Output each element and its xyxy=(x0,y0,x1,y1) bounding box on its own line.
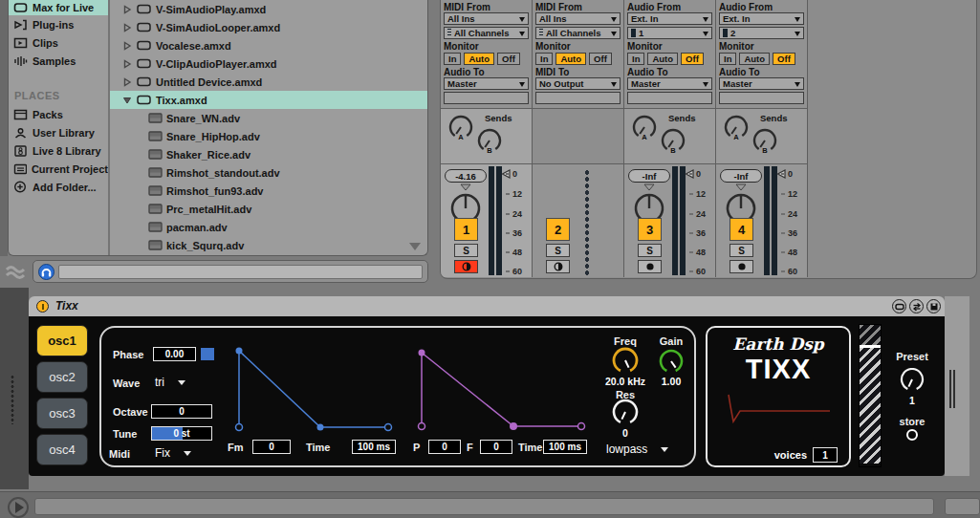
solo-button[interactable]: S xyxy=(638,244,662,257)
arm-button[interactable] xyxy=(546,260,570,273)
octave-value-box[interactable]: 0 xyxy=(151,404,212,419)
monitor-in-button[interactable]: In xyxy=(535,53,553,65)
midi-mode-select[interactable]: Fix xyxy=(155,446,191,460)
track-number-button[interactable]: 2 xyxy=(546,218,570,241)
solo-button[interactable]: S xyxy=(454,244,478,257)
input-channel-select[interactable]: 2 xyxy=(719,27,804,39)
sidebar-item-add-folder[interactable]: Add Folder... xyxy=(9,178,108,196)
tab-osc4[interactable]: osc4 xyxy=(36,434,88,465)
phase-mod-toggle[interactable] xyxy=(201,348,214,360)
output-channel-box[interactable] xyxy=(719,92,804,104)
expand-collapsed-icon[interactable] xyxy=(122,59,132,69)
headphones-preview-icon[interactable] xyxy=(38,264,54,280)
file-row[interactable]: V-SimAudioPlay.amxd xyxy=(110,0,427,18)
preset-row-clipped[interactable] xyxy=(110,254,427,256)
track-number-button[interactable]: 4 xyxy=(730,218,753,241)
file-row[interactable]: V-SimAudioLooper.amxd xyxy=(110,18,427,36)
input-channel-select[interactable]: All Channels xyxy=(535,27,621,39)
sidebar-item-current-project[interactable]: Current Project xyxy=(9,160,108,178)
output-select[interactable]: Master xyxy=(627,77,712,90)
input-type-select[interactable]: Ext. In xyxy=(719,12,804,25)
status-field-right[interactable] xyxy=(945,498,980,515)
monitor-auto-button[interactable]: Auto xyxy=(739,53,770,65)
output-select[interactable]: Master xyxy=(444,77,529,90)
monitor-auto-button[interactable]: Auto xyxy=(464,53,494,65)
p-value-box[interactable]: 0 xyxy=(428,440,461,454)
solo-button[interactable]: S xyxy=(730,244,753,257)
monitor-in-button[interactable]: In xyxy=(444,53,461,65)
device-scroll-handle[interactable] xyxy=(949,370,955,408)
file-row[interactable]: Untitled Device.amxd xyxy=(110,73,427,91)
track-number-button[interactable]: 1 xyxy=(454,218,478,241)
monitor-in-button[interactable]: In xyxy=(719,53,736,65)
monitor-off-button[interactable]: Off xyxy=(589,53,612,65)
arm-button[interactable] xyxy=(730,260,753,273)
pitch-envelope-graph[interactable] xyxy=(407,341,589,439)
sidebar-item-plugins[interactable]: Plug-ins xyxy=(9,15,108,33)
preset-knob[interactable] xyxy=(898,368,926,395)
input-type-select[interactable]: All Ins xyxy=(444,12,529,25)
pitch-time-box[interactable]: 100 ms xyxy=(543,440,587,454)
preview-scrub-field[interactable] xyxy=(58,265,423,279)
output-channel-box[interactable] xyxy=(627,92,712,104)
input-channel-select[interactable]: 1 xyxy=(627,27,712,39)
preset-row[interactable]: Snare_HipHop.adv xyxy=(110,127,427,145)
monitor-auto-button[interactable]: Auto xyxy=(647,53,678,65)
volume-value[interactable]: -Inf xyxy=(628,169,670,183)
output-select[interactable]: Master xyxy=(719,77,804,90)
file-row-selected[interactable]: Tixx.amxd xyxy=(110,91,427,109)
max-edit-button[interactable] xyxy=(892,299,906,313)
monitor-off-button[interactable]: Off xyxy=(681,53,704,65)
tab-osc1[interactable]: osc1 xyxy=(36,325,88,356)
device-drag-handle[interactable] xyxy=(10,375,15,424)
preset-row[interactable]: Rimshot_standout.adv xyxy=(110,163,427,182)
preset-row[interactable]: Snare_WN.adv xyxy=(110,109,427,127)
status-field[interactable] xyxy=(34,498,934,515)
hot-swap-button[interactable] xyxy=(909,299,924,313)
wave-select[interactable]: tri xyxy=(155,376,185,389)
monitor-off-button[interactable]: Off xyxy=(773,53,795,65)
monitor-auto-button[interactable]: Auto xyxy=(555,53,586,65)
sidebar-item-samples[interactable]: Samples xyxy=(9,52,108,70)
preset-row[interactable]: Shaker_Rice.adv xyxy=(110,145,427,163)
sidebar-item-max-for-live[interactable]: Max for Live xyxy=(9,0,108,15)
output-channel-box[interactable] xyxy=(444,92,529,104)
preset-row[interactable]: Prc_metalHit.adv xyxy=(110,200,427,218)
arm-button[interactable] xyxy=(638,260,662,273)
expand-expanded-icon[interactable] xyxy=(122,96,132,105)
save-preset-button[interactable] xyxy=(926,299,941,313)
tab-osc2[interactable]: osc2 xyxy=(36,361,88,393)
expand-collapsed-icon[interactable] xyxy=(122,77,132,87)
volume-value[interactable]: -4.16 xyxy=(445,169,487,183)
track-number-button[interactable]: 3 xyxy=(638,218,662,241)
res-knob[interactable] xyxy=(609,399,642,429)
preset-row[interactable]: Rimshot_fun93.adv xyxy=(110,182,427,200)
expand-collapsed-icon[interactable] xyxy=(122,41,132,51)
filter-type-select[interactable]: lowpass xyxy=(606,442,668,456)
device-activator-button[interactable] xyxy=(36,300,49,313)
store-button[interactable] xyxy=(906,429,918,441)
solo-button[interactable]: S xyxy=(546,244,570,257)
voices-value-box[interactable]: 1 xyxy=(813,447,838,463)
fm-envelope-graph[interactable] xyxy=(226,341,398,439)
expand-collapsed-icon[interactable] xyxy=(122,23,132,32)
sidebar-item-packs[interactable]: Packs xyxy=(9,105,108,123)
preset-row[interactable]: pacman.adv xyxy=(110,218,427,236)
sidebar-item-clips[interactable]: Clips xyxy=(9,33,108,52)
input-type-select[interactable]: All Ins xyxy=(535,12,621,25)
input-type-select[interactable]: Ext. In xyxy=(627,12,712,25)
device-title-bar[interactable]: Tixx xyxy=(29,296,945,316)
tab-osc3[interactable]: osc3 xyxy=(36,398,88,429)
arm-button[interactable] xyxy=(454,260,478,273)
fm-value-box[interactable]: 0 xyxy=(252,440,291,454)
output-select[interactable]: No Output xyxy=(535,77,621,90)
freq-knob[interactable] xyxy=(609,347,642,378)
play-button[interactable] xyxy=(8,497,29,518)
output-channel-box[interactable] xyxy=(535,92,621,104)
file-row[interactable]: Vocalese.amxd xyxy=(110,36,427,54)
gain-knob[interactable] xyxy=(655,348,687,378)
monitor-off-button[interactable]: Off xyxy=(497,53,520,65)
tune-slider-box[interactable]: 0 st xyxy=(151,426,212,441)
sidebar-item-user-library[interactable]: User Library xyxy=(9,123,108,141)
file-row[interactable]: V-ClipAudioPlayer.amxd xyxy=(110,54,427,73)
